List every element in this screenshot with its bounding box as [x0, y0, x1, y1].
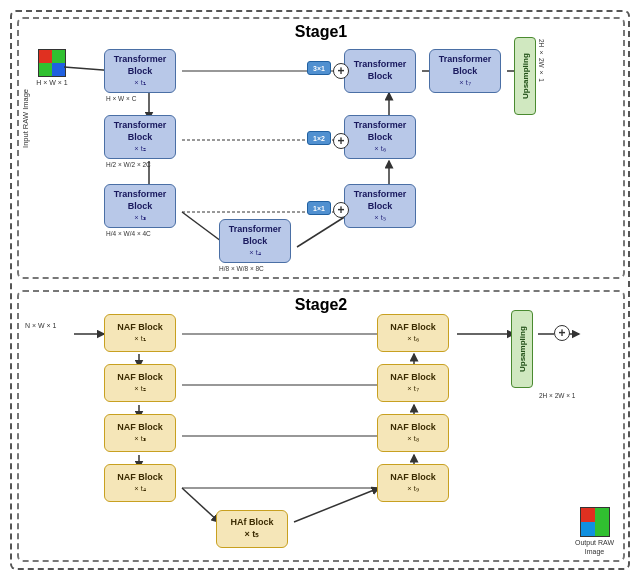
naf-block-7: NAF Block × t₇	[377, 364, 449, 402]
tb3-sublabel: × t₃	[134, 213, 146, 223]
s1-size-out: 2H × 2W × 1	[538, 39, 545, 82]
naf7-label: NAF Block	[390, 372, 436, 384]
naf9-label: NAF Block	[390, 472, 436, 484]
transformer-block-7: TransformerBlock × t₇	[429, 49, 501, 93]
input-raw-image: H × W × 1	[27, 49, 77, 87]
tb1-label: TransformerBlock	[114, 54, 167, 77]
transformer-block-8: TransformerBlock	[344, 49, 416, 93]
out-pixel-g1	[595, 508, 609, 522]
plus-circle-1: +	[333, 63, 349, 79]
naf2-label: NAF Block	[117, 372, 163, 384]
stage1-container: Stage1 H × W × 1 Input RAW Image	[17, 17, 625, 279]
naf6-label: NAF Block	[390, 322, 436, 334]
tb1-sublabel: × t₁	[134, 78, 146, 88]
s1-size-4: H/8 × W/8 × 8C	[219, 265, 264, 272]
naf9-sublabel: × t₉	[407, 484, 419, 494]
pixel-green2	[39, 63, 52, 76]
transformer-block-3: TransformerBlock × t₃	[104, 184, 176, 228]
naf4-sublabel: × t₄	[134, 484, 146, 494]
tb7-sublabel: × t₇	[459, 78, 471, 88]
naf4-label: NAF Block	[117, 472, 163, 484]
tb2-sublabel: × t₂	[134, 144, 146, 154]
pixel-blue	[52, 63, 65, 76]
tb7-label: TransformerBlock	[439, 54, 492, 77]
tb3-label: TransformerBlock	[114, 189, 167, 212]
svg-line-16	[182, 488, 219, 522]
naf-block-6: NAF Block × t₆	[377, 314, 449, 352]
output-raw-image: Output RAW Image	[567, 507, 622, 556]
input-size-label: H × W × 1	[27, 79, 77, 87]
input-raw-text: Input RAW Image	[21, 89, 30, 148]
tb4-sublabel: × t₄	[249, 248, 261, 258]
transformer-block-5: TransformerBlock × t₅	[344, 184, 416, 228]
tb2-label: TransformerBlock	[114, 120, 167, 143]
tb5-label: TransformerBlock	[354, 189, 407, 212]
stage2-plus-circle: +	[554, 325, 570, 341]
plus-circle-3: +	[333, 202, 349, 218]
s1-size-2: H/2 × W/2 × 2C	[106, 161, 151, 168]
input-pixel-grid	[38, 49, 66, 77]
stage1-upsample: Upsampling	[514, 37, 536, 115]
out-pixel-r	[581, 508, 595, 522]
pixel-green1	[52, 50, 65, 63]
out-pixel-g2	[595, 522, 609, 536]
naf3-sublabel: × t₃	[134, 434, 146, 444]
tb4-label: TransformerBlock	[229, 224, 282, 247]
transformer-block-1: TransformerBlock × t₁	[104, 49, 176, 93]
stage2-output-size: 2H × 2W × 1	[539, 392, 576, 399]
s1-size-1: H × W × C	[106, 95, 136, 102]
transformer-block-4: TransformerBlock × t₄	[219, 219, 291, 263]
naf6-sublabel: × t₆	[407, 334, 419, 344]
naf8-sublabel: × t₈	[407, 434, 419, 444]
stage1-upsample-label: Upsampling	[521, 53, 530, 99]
haf-block: HAf Block × t₅	[216, 510, 288, 548]
naf8-label: NAF Block	[390, 422, 436, 434]
naf1-label: NAF Block	[117, 322, 163, 334]
stage1-label: Stage1	[295, 23, 347, 41]
stage2-label: Stage2	[295, 296, 347, 314]
naf-block-2: NAF Block × t₂	[104, 364, 176, 402]
conn-btn-top: 3×1	[307, 61, 331, 75]
svg-line-17	[294, 488, 379, 522]
naf-block-9: NAF Block × t₉	[377, 464, 449, 502]
output-pixel-grid	[580, 507, 610, 537]
out-pixel-b	[581, 522, 595, 536]
naf3-label: NAF Block	[117, 422, 163, 434]
tb8-label: TransformerBlock	[354, 59, 407, 82]
stage2-upsample: Upsampling	[511, 310, 533, 388]
stage2-upsample-label: Upsampling	[518, 326, 527, 372]
s1-size-3: H/4 × W/4 × 4C	[106, 230, 151, 237]
naf7-sublabel: × t₇	[407, 384, 419, 394]
conn-btn-mid: 1×2	[307, 131, 331, 145]
conn-btn-bot: 1×1	[307, 201, 331, 215]
stage2-input-size: N × W × 1	[25, 322, 57, 329]
naf-block-3: NAF Block × t₃	[104, 414, 176, 452]
plus-circle-2: +	[333, 133, 349, 149]
naf1-sublabel: × t₁	[134, 334, 146, 344]
haf-sublabel: × t₅	[245, 529, 260, 541]
pixel-red	[39, 50, 52, 63]
haf-label: HAf Block	[230, 517, 273, 529]
naf2-sublabel: × t₂	[134, 384, 146, 394]
architecture-diagram: Stage1 H × W × 1 Input RAW Image	[10, 10, 630, 570]
tb6-label: TransformerBlock	[354, 120, 407, 143]
naf-block-4: NAF Block × t₄	[104, 464, 176, 502]
tb6-sublabel: × t₆	[374, 144, 386, 154]
output-raw-text: Output RAW Image	[567, 539, 622, 556]
transformer-block-2: TransformerBlock × t₂	[104, 115, 176, 159]
tb5-sublabel: × t₅	[374, 213, 386, 223]
transformer-block-6: TransformerBlock × t₆	[344, 115, 416, 159]
naf-block-8: NAF Block × t₈	[377, 414, 449, 452]
naf-block-1: NAF Block × t₁	[104, 314, 176, 352]
stage2-container: Stage2 N × W × 1	[17, 290, 625, 562]
